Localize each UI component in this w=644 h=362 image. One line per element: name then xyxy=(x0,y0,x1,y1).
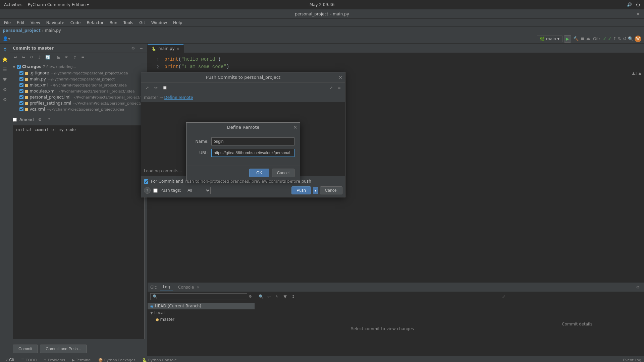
git-branch-btn[interactable]: ⑂ xyxy=(274,293,280,300)
push-expand-btn[interactable]: ⤢ xyxy=(328,84,334,91)
git-master-branch[interactable]: ● master xyxy=(148,316,255,323)
diff-btn[interactable]: ⊞ xyxy=(55,54,62,61)
search-toolbar-btn[interactable]: 🔍 xyxy=(628,36,633,41)
file-checkbox-projectiml[interactable] xyxy=(19,95,23,99)
file-item-projectiml[interactable]: ■ personal_project.iml ~/PycharmProjects… xyxy=(10,94,147,100)
rollback-btn[interactable]: ↺ xyxy=(28,54,35,61)
build-button[interactable]: 🔨 xyxy=(573,36,579,41)
push-toolbar-icon1[interactable]: ⤢ xyxy=(144,84,151,91)
push-help-btn[interactable]: ? xyxy=(144,187,151,194)
menu-navigate[interactable]: Navigate xyxy=(44,20,67,26)
group-btn[interactable]: ≡ xyxy=(79,54,86,61)
file-item-vcsxml[interactable]: ■ vcs.xml ~/PycharmProjects/personal_pro… xyxy=(10,106,147,112)
volume-icon[interactable]: 🔊 xyxy=(627,2,632,7)
btab-python-packages[interactable]: 📦 Python Packages xyxy=(96,357,138,362)
git-btn-3[interactable]: ↺ xyxy=(623,36,627,41)
menu-help[interactable]: Help xyxy=(170,20,185,26)
toolbar-icon-1[interactable]: 👤▾ xyxy=(3,36,10,41)
file-item-gitignore[interactable]: ■ .gitignore ~/PycharmProjects/personal_… xyxy=(10,70,147,76)
bookmarks-sidebar-icon[interactable]: ⭐ xyxy=(1,55,9,64)
branch-indicator[interactable]: 🌿 main ▾ xyxy=(537,36,562,42)
changes-all-checkbox[interactable] xyxy=(17,65,21,69)
push-tags-select[interactable]: All Annotated None xyxy=(184,187,211,194)
commit-sidebar-icon[interactable] xyxy=(1,45,9,54)
file-item-mainpy[interactable]: ■ main.py ~/PycharmProjects/personal_pro… xyxy=(10,76,147,82)
btab-python-console[interactable]: 🐍 Python Console xyxy=(140,357,179,362)
push-toolbar-icon2[interactable]: ✏ xyxy=(153,84,159,91)
changes-header[interactable]: ▼ Changes 7 files, updating... xyxy=(10,63,147,70)
git-search-input[interactable] xyxy=(150,293,247,300)
push-sort-btn[interactable]: ≡ xyxy=(336,84,342,91)
activities-label[interactable]: Activities xyxy=(4,2,22,7)
push-toolbar-icon3[interactable]: 🔲 xyxy=(161,84,168,91)
event-log-btn[interactable]: Event Log xyxy=(623,358,641,362)
git-console-close[interactable]: ✕ xyxy=(197,286,199,289)
define-remote-cancel-btn[interactable]: Cancel xyxy=(272,169,294,177)
define-remote-close-btn[interactable]: ✕ xyxy=(293,125,297,130)
btab-terminal[interactable]: ▶ Terminal xyxy=(69,357,94,362)
menu-edit[interactable]: Edit xyxy=(14,20,27,26)
sort-btn[interactable]: ↕ xyxy=(71,54,78,61)
power-icon[interactable]: ⏻ xyxy=(636,2,640,7)
file-checkbox-modulesxml[interactable] xyxy=(19,89,23,93)
file-item-miscxml[interactable]: ■ misc.xml ~/PycharmProjects/personal_pr… xyxy=(10,82,147,88)
git-log-tab[interactable]: Log xyxy=(160,283,172,291)
remote-name-input[interactable] xyxy=(211,137,294,145)
line-code-2[interactable]: print("I am some code") xyxy=(164,64,229,69)
git-head-item[interactable]: ◉ HEAD (Current Branch) xyxy=(148,303,255,309)
refresh-btn[interactable]: 🔄 xyxy=(44,54,51,61)
toolbar-btn-4[interactable]: ⏏ xyxy=(586,36,590,41)
git-local-group[interactable]: ▼ Local xyxy=(148,309,255,316)
file-item-profilesxml[interactable]: ■ profiles_settings.xml ~/PycharmProject… xyxy=(10,100,147,106)
commit-and-push-button[interactable]: Commit and Push... xyxy=(40,345,87,353)
menu-file[interactable]: File xyxy=(1,20,13,26)
file-checkbox-miscxml[interactable] xyxy=(19,83,23,87)
structure-sidebar-icon[interactable]: ☰ xyxy=(1,65,9,74)
git-btn-2[interactable]: ↻ xyxy=(618,36,622,41)
git-expand-btn[interactable]: ⤢ xyxy=(500,293,507,300)
git-search-main-btn[interactable]: 🔍 xyxy=(258,293,264,300)
tab-mainpy[interactable]: 🐍 main.py ✕ xyxy=(148,44,184,53)
breadcrumb-project[interactable]: personal_project xyxy=(3,28,41,33)
git-sort-main-btn[interactable]: ↕ xyxy=(290,293,297,300)
menu-refactor[interactable]: Refactor xyxy=(84,20,106,26)
git-undo-btn[interactable]: ↩ xyxy=(266,293,272,300)
amend-help-btn[interactable]: ? xyxy=(46,116,53,123)
define-remote-link[interactable]: Define remote xyxy=(164,95,193,100)
breadcrumb-file[interactable]: main.py xyxy=(45,28,61,33)
plugins-sidebar-icon[interactable]: ⚙ xyxy=(1,95,9,104)
favorites-sidebar-icon[interactable]: ♥ xyxy=(1,75,9,84)
toolbar-btn-3[interactable]: ⏹ xyxy=(581,36,585,41)
file-checkbox-mainpy[interactable] xyxy=(19,77,23,81)
git-check-1[interactable]: ✓ xyxy=(603,36,606,41)
amend-checkbox[interactable] xyxy=(13,118,17,122)
file-item-modulesxml[interactable]: ■ modules.xml ~/PycharmProjects/personal… xyxy=(10,88,147,94)
btab-problems[interactable]: ⚠ Problems xyxy=(41,357,68,362)
file-checkbox-profilesxml[interactable] xyxy=(19,101,23,105)
menu-run[interactable]: Run xyxy=(107,20,120,26)
commit-message-input[interactable]: initial commit of my code xyxy=(13,125,145,339)
run-button[interactable]: ▶ xyxy=(564,35,571,43)
git-btn-1[interactable]: ↑ xyxy=(613,36,616,41)
show-diff-btn[interactable]: 👁 xyxy=(63,54,70,61)
user-avatar[interactable]: W xyxy=(635,36,641,42)
git-filter-main-btn[interactable]: ▼ xyxy=(282,293,288,300)
minimize-toolbar-btn[interactable]: − xyxy=(138,45,145,52)
commit-btn-2[interactable]: ⤴ xyxy=(36,54,43,61)
window-close-button[interactable]: ✕ xyxy=(636,11,640,17)
commit-button[interactable]: Commit xyxy=(13,345,38,353)
menu-code[interactable]: Code xyxy=(68,20,84,26)
undo-btn[interactable]: ↩ xyxy=(12,54,19,61)
file-checkbox-gitignore[interactable] xyxy=(19,71,23,75)
settings-sidebar-icon[interactable]: ⚙ xyxy=(1,85,9,94)
push-dropdown-btn[interactable]: ▾ xyxy=(313,187,318,194)
remote-url-input[interactable] xyxy=(211,149,294,157)
push-button[interactable]: Push xyxy=(291,186,311,194)
git-check-2[interactable]: ✓ xyxy=(608,36,611,41)
preview-commits-checkbox[interactable] xyxy=(144,179,148,184)
amend-settings-btn[interactable]: ⚙ xyxy=(37,116,43,123)
redo-btn[interactable]: ↪ xyxy=(20,54,27,61)
menu-tools[interactable]: Tools xyxy=(121,20,136,26)
menu-window[interactable]: Window xyxy=(149,20,170,26)
git-filter-btn[interactable]: ⚙ xyxy=(249,294,252,299)
